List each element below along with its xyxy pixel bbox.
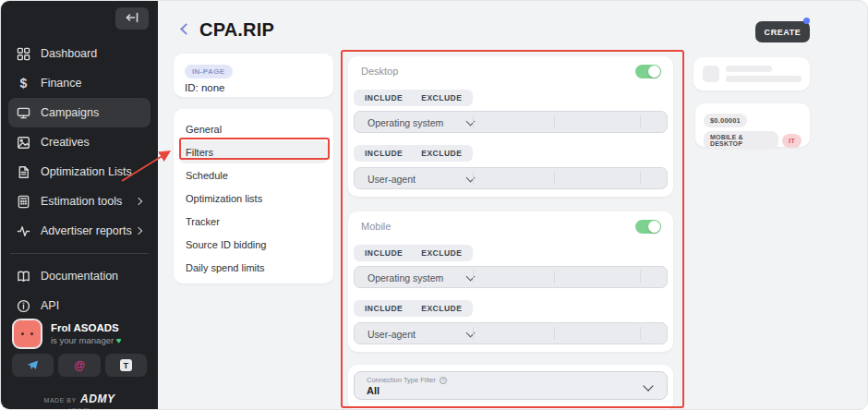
document-icon [16,164,31,180]
mobile-os-select[interactable]: Operating system [354,266,668,288]
calculator-icon [16,194,31,210]
creatives-icon [16,135,31,151]
skeleton-bar [726,76,802,82]
avatar-ear [16,320,25,327]
exclude-tab[interactable]: EXCLUDE [421,248,462,258]
sidebar-item-label: API [41,299,59,312]
mobile-ua-tabs: INCLUDE EXCLUDE [354,300,473,317]
include-tab[interactable]: INCLUDE [365,93,403,102]
sidebar-item-label: Advertiser reports [41,224,132,237]
desktop-os-tabs: INCLUDE EXCLUDE [354,90,473,106]
avatar [12,319,42,349]
sidebar-nav: Dashboard $ Finance Campaigns Creatives … [8,39,151,320]
campaign-info-card: IN-PAGE ID: none [174,54,333,97]
campaign-type-badge: IN-PAGE [185,65,233,78]
sidebar-item-advertiser-reports[interactable]: Advertiser reports [8,216,151,246]
menu-item-schedule[interactable]: Schedule [179,163,328,187]
telegram-icon [27,357,39,374]
skeleton-bar [726,66,772,72]
social-buttons: @ T [12,354,147,377]
manager-subtitle: is your manager ♥ [51,335,121,345]
avatar-ear [30,320,39,327]
sidebar-item-creatives[interactable]: Creatives [8,127,151,157]
sidebar-item-label: Creatives [41,136,90,149]
sidebar-item-label: Documentation [41,270,118,283]
desktop-toggle[interactable] [635,65,661,78]
made-by-label: MADE BY [44,397,77,404]
exclude-tab[interactable]: EXCLUDE [421,149,462,158]
mobile-label: Mobile [361,221,391,232]
chevron-right-icon [135,198,142,205]
menu-item-tracker[interactable]: Tracker [179,210,328,233]
sidebar-item-finance[interactable]: $ Finance [8,68,151,98]
avatar-eye [30,332,33,335]
include-tab[interactable]: INCLUDE [365,248,403,258]
include-tab[interactable]: INCLUDE [365,149,403,158]
menu-item-source-id-bidding[interactable]: Source ID bidding [179,233,328,256]
price-badge: $0.00001 [704,114,747,127]
finance-icon: $ [16,76,31,91]
sidebar-item-campaigns[interactable]: Campaigns [8,98,151,127]
create-button[interactable]: CREATE [755,21,810,42]
sidebar-item-label: Dashboard [41,47,97,60]
campaigns-icon [16,105,31,121]
book-icon [16,269,31,284]
t-icon: T [120,359,132,371]
sidebar-item-label: Finance [41,77,81,90]
brand-logo: ADMY [80,392,115,405]
page-title: CPA.RIP [199,19,274,41]
loading-placeholder-card [693,57,810,90]
t-channel-button[interactable]: T [105,354,147,377]
app-window: Dashboard $ Finance Campaigns Creatives … [0,0,868,410]
sidebar-item-dashboard[interactable]: Dashboard [8,39,151,68]
sidebar-item-documentation[interactable]: Documentation [8,261,151,291]
desktop-filter-card: Desktop INCLUDE EXCLUDE Operating system… [348,56,673,197]
manager-info: Frol ASOADS is your manager ♥ [51,322,121,345]
exclude-tab[interactable]: EXCLUDE [421,93,462,102]
mobile-filter-card: Mobile INCLUDE EXCLUDE Operating system … [348,211,673,352]
sidebar-item-estimation-tools[interactable]: Estimation tools [8,187,151,216]
notification-dot [803,18,810,24]
manager-card: Frol ASOADS is your manager ♥ [12,319,147,349]
sidebar-item-api[interactable]: API [8,291,151,320]
exclude-tab[interactable]: EXCLUDE [421,304,462,313]
settings-menu: General Filters Schedule Optimization li… [174,109,333,283]
skeleton-square [703,66,719,82]
platforms-badge: MOBILE & DESKTOP [704,131,778,150]
menu-item-general[interactable]: General [179,117,328,140]
activity-icon [16,223,31,239]
avatar-eye [21,332,24,335]
connection-type-select[interactable]: Connection Type Filter ? All [354,371,668,400]
back-button[interactable] [180,23,192,35]
dashboard-icon [16,46,31,62]
sidebar-footer: MADE BY ADMY V2.5.21 [1,390,158,410]
connection-type-label: Connection Type Filter [367,376,436,384]
desktop-os-select[interactable]: Operating system [354,111,668,133]
desktop-ua-select[interactable]: User-agent [354,167,668,189]
info-icon [16,298,31,314]
campaign-summary-card: $0.00001 MOBILE & DESKTOP IT [695,103,810,147]
sidebar-item-label: Estimation tools [41,195,122,208]
sidebar-item-label: Campaigns [41,106,99,119]
email-button[interactable]: @ [58,354,100,377]
connection-type-value: All [367,385,380,396]
include-tab[interactable]: INCLUDE [365,304,403,313]
menu-item-optimization-lists[interactable]: Optimization lists [179,187,328,210]
desktop-ua-tabs: INCLUDE EXCLUDE [354,145,473,162]
mobile-toggle[interactable] [635,220,661,234]
chevron-down-icon [643,380,653,391]
menu-item-daily-spend-limits[interactable]: Daily spend limits [179,256,328,279]
connection-type-card: Connection Type Filter ? All [348,365,673,410]
menu-item-filters[interactable]: Filters [179,140,328,163]
sidebar-item-label: Optimization Lists [41,165,132,178]
heart-icon: ♥ [116,335,122,345]
telegram-button[interactable] [12,354,54,377]
sidebar: Dashboard $ Finance Campaigns Creatives … [1,1,158,410]
collapse-icon [126,10,139,27]
at-icon: @ [74,359,85,372]
sidebar-collapse-button[interactable] [115,7,149,30]
chevron-right-icon [135,227,142,235]
sidebar-item-optimization-lists[interactable]: Optimization Lists [8,157,151,187]
mobile-ua-select[interactable]: User-agent [354,322,668,344]
info-icon: ? [440,377,447,384]
